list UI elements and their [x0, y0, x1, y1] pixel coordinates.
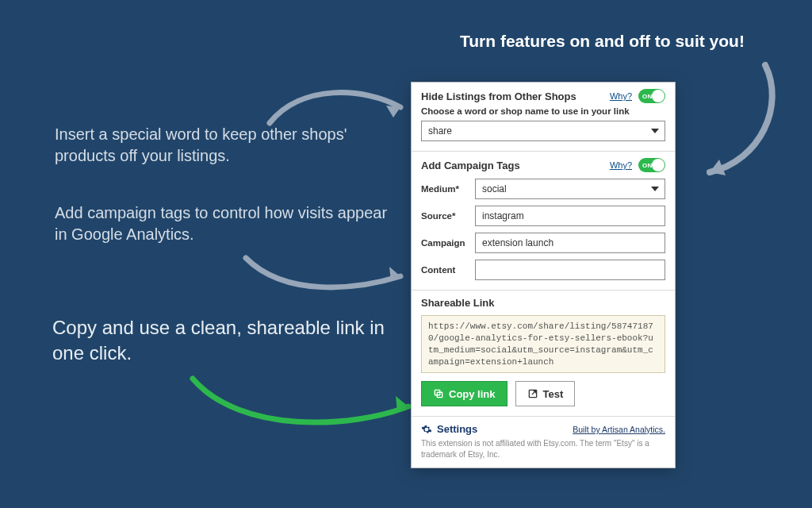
copy-link-button[interactable]: Copy link [421, 381, 508, 406]
annotation-headline: Turn features on and off to suit you! [460, 30, 745, 52]
disclaimer-text: This extension is not affiliated with Et… [421, 438, 665, 460]
arrow-tags-icon [238, 246, 412, 302]
shareable-link-box[interactable]: https://www.etsy.com/share/listing/58747… [421, 315, 665, 373]
hide-toggle[interactable] [638, 89, 665, 103]
hide-sublabel: Choose a word or shop name to use in you… [421, 106, 665, 116]
arrow-copy-icon [185, 367, 423, 438]
medium-label: Medium* [421, 184, 470, 194]
source-label: Source* [421, 211, 470, 221]
tags-why-link[interactable]: Why? [610, 160, 632, 170]
shareable-link-title: Shareable Link [421, 297, 665, 309]
shareable-link-section: Shareable Link https://www.etsy.com/shar… [412, 291, 675, 417]
copy-link-label: Copy link [449, 388, 496, 400]
settings-link[interactable]: Settings [421, 423, 477, 435]
external-link-icon [527, 388, 538, 399]
test-button[interactable]: Test [515, 381, 576, 406]
built-by-link[interactable]: Built by Artisan Analytics. [573, 425, 665, 434]
hide-listings-title: Hide Listings from Other Shops [421, 90, 576, 102]
campaign-tags-title: Add Campaign Tags [421, 160, 520, 171]
annotation-copy: Copy and use a clean, shareable link in … [52, 315, 385, 367]
source-input[interactable] [475, 206, 665, 226]
annotation-tags: Add campaign tags to control how visits … [55, 202, 388, 245]
campaign-tags-section: Add Campaign Tags Why? Medium* social So… [412, 152, 675, 291]
test-label: Test [543, 388, 564, 400]
hide-word-select[interactable]: share [421, 121, 665, 141]
hide-listings-section: Hide Listings from Other Shops Why? Choo… [412, 83, 675, 152]
extension-panel: Hide Listings from Other Shops Why? Choo… [411, 82, 676, 468]
campaign-label: Campaign [421, 238, 470, 248]
gear-icon [421, 424, 432, 435]
hide-why-link[interactable]: Why? [610, 91, 632, 101]
copy-icon [433, 388, 444, 399]
arrow-headline-icon [690, 57, 785, 184]
settings-label: Settings [437, 423, 477, 435]
medium-select[interactable]: social [475, 179, 665, 199]
arrow-hide-icon [262, 79, 412, 135]
campaign-input[interactable] [475, 233, 665, 253]
tags-toggle[interactable] [638, 158, 665, 172]
panel-footer: Settings Built by Artisan Analytics. Thi… [412, 417, 675, 468]
content-input[interactable] [475, 260, 665, 280]
content-label: Content [421, 265, 470, 275]
